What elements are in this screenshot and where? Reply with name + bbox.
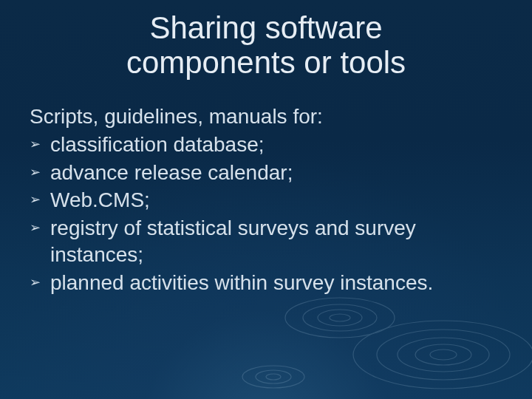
chevron-right-icon: ➢ xyxy=(30,160,49,185)
svg-point-4 xyxy=(353,321,532,389)
chevron-right-icon: ➢ xyxy=(30,215,49,240)
list-item-text: planned activities within survey instanc… xyxy=(50,270,510,296)
list-item: ➢ classification database; xyxy=(30,132,510,158)
list-item-text: registry of statistical surveys and surv… xyxy=(50,215,510,268)
svg-point-11 xyxy=(242,366,304,388)
title-line-1: Sharing software xyxy=(149,10,382,45)
list-item-text: classification database; xyxy=(50,132,510,158)
title-line-2: components or tools xyxy=(126,45,406,80)
intro-text: Scripts, guidelines, manuals for: xyxy=(30,103,510,130)
chevron-right-icon: ➢ xyxy=(30,132,49,157)
list-item: ➢ advance release calendar; xyxy=(30,160,510,186)
svg-point-5 xyxy=(330,314,350,321)
svg-point-7 xyxy=(303,304,377,331)
svg-point-9 xyxy=(266,374,281,380)
svg-point-1 xyxy=(415,344,471,365)
slide-body: Scripts, guidelines, manuals for: ➢ clas… xyxy=(30,103,510,296)
list-item-text: advance release calendar; xyxy=(50,160,510,186)
slide: Sharing software components or tools Scr… xyxy=(0,0,532,399)
svg-point-2 xyxy=(398,338,489,372)
svg-point-0 xyxy=(430,349,457,360)
svg-point-10 xyxy=(256,370,291,383)
slide-title: Sharing software components or tools xyxy=(0,10,532,80)
list-item: ➢ planned activities within survey insta… xyxy=(30,270,510,296)
chevron-right-icon: ➢ xyxy=(30,270,49,295)
svg-point-3 xyxy=(377,330,510,380)
chevron-right-icon: ➢ xyxy=(30,187,49,212)
list-item: ➢ Web.CMS; xyxy=(30,187,510,214)
svg-point-8 xyxy=(285,298,395,338)
list-item-text: Web.CMS; xyxy=(50,187,510,214)
list-item: ➢ registry of statistical surveys and su… xyxy=(30,215,510,268)
svg-point-6 xyxy=(318,310,362,326)
